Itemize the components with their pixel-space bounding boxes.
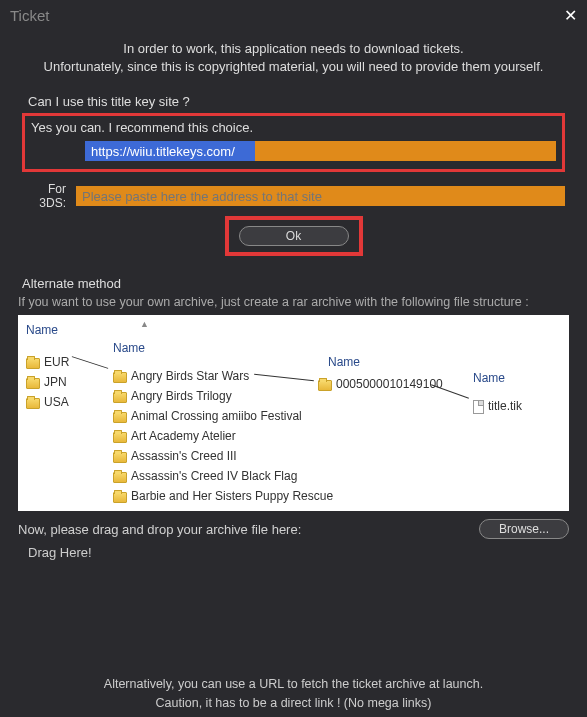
bottom-text: Alternatively, you can use a URL to fetc… [0, 675, 587, 713]
folder-icon [26, 358, 40, 369]
column-name-4: Name [473, 371, 505, 385]
wiiu-row [31, 141, 556, 161]
window-title: Ticket [10, 7, 49, 24]
file-icon [473, 400, 484, 414]
bottom-line1: Alternatively, you can use a URL to fetc… [0, 675, 587, 694]
recommend-text: Yes you can. I recommend this choice. [31, 120, 556, 135]
folder-icon [113, 372, 127, 383]
alternate-desc: If you want to use your own archive, jus… [18, 295, 569, 309]
connector-line [254, 374, 314, 381]
sort-arrow-icon: ▲ [140, 319, 149, 329]
for3ds-url-input[interactable] [76, 186, 565, 206]
drag-prompt: Now, please drag and drop your archive f… [18, 522, 301, 537]
game-folder[interactable]: Assassin's Creed IV Black Flag [113, 469, 297, 483]
titlekey-question: Can I use this title key site ? [28, 94, 587, 109]
folder-icon [113, 412, 127, 423]
intro-line2: Unfortunately, since this is copyrighted… [30, 58, 557, 76]
wiiu-url-input[interactable] [85, 141, 556, 161]
titleid-folder[interactable]: 0005000010149100 [318, 377, 443, 391]
region-folder[interactable]: JPN [26, 375, 67, 389]
folder-icon [26, 398, 40, 409]
folder-icon [113, 452, 127, 463]
highlight-box-recommend: Yes you can. I recommend this choice. [22, 113, 565, 172]
browse-button[interactable]: Browse... [479, 519, 569, 539]
drag-here-area[interactable]: Drag Here! [28, 545, 587, 560]
connector-line [72, 357, 108, 370]
column-name-1: Name [26, 323, 58, 337]
titlebar: Ticket ✕ [0, 0, 587, 30]
bottom-line2: Caution, it has to be a direct link ! (N… [0, 694, 587, 713]
intro-line1: In order to work, this application needs… [30, 40, 557, 58]
ok-button[interactable]: Ok [239, 226, 349, 246]
game-folder[interactable]: Barbie and Her Sisters Puppy Rescue [113, 489, 333, 503]
folder-icon [113, 432, 127, 443]
connector-line [431, 385, 469, 400]
alternate-heading: Alternate method [22, 276, 587, 291]
folder-icon [113, 492, 127, 503]
file-browser: Name ▲ Name Name Name EUR JPN USA Angry … [18, 315, 569, 511]
row-3ds: For 3DS: [22, 182, 565, 210]
game-folder[interactable]: Animal Crossing amiibo Festival [113, 409, 302, 423]
ticket-file[interactable]: title.tik [473, 399, 522, 414]
region-folder[interactable]: EUR [26, 355, 69, 369]
game-folder[interactable]: Assassin's Creed III [113, 449, 237, 463]
folder-icon [113, 392, 127, 403]
ok-row: Ok [0, 216, 587, 256]
region-folder[interactable]: USA [26, 395, 69, 409]
folder-icon [113, 472, 127, 483]
game-folder[interactable]: Angry Birds Trilogy [113, 389, 232, 403]
folder-icon [318, 380, 332, 391]
column-name-2: Name [113, 341, 145, 355]
folder-icon [26, 378, 40, 389]
for3ds-label: For 3DS: [22, 182, 66, 210]
column-name-3: Name [328, 355, 360, 369]
highlight-box-ok: Ok [225, 216, 363, 256]
drag-row: Now, please drag and drop your archive f… [18, 519, 569, 539]
intro-text: In order to work, this application needs… [30, 40, 557, 76]
close-icon[interactable]: ✕ [564, 6, 577, 25]
game-folder[interactable]: Angry Birds Star Wars [113, 369, 249, 383]
game-folder[interactable]: Art Academy Atelier [113, 429, 236, 443]
